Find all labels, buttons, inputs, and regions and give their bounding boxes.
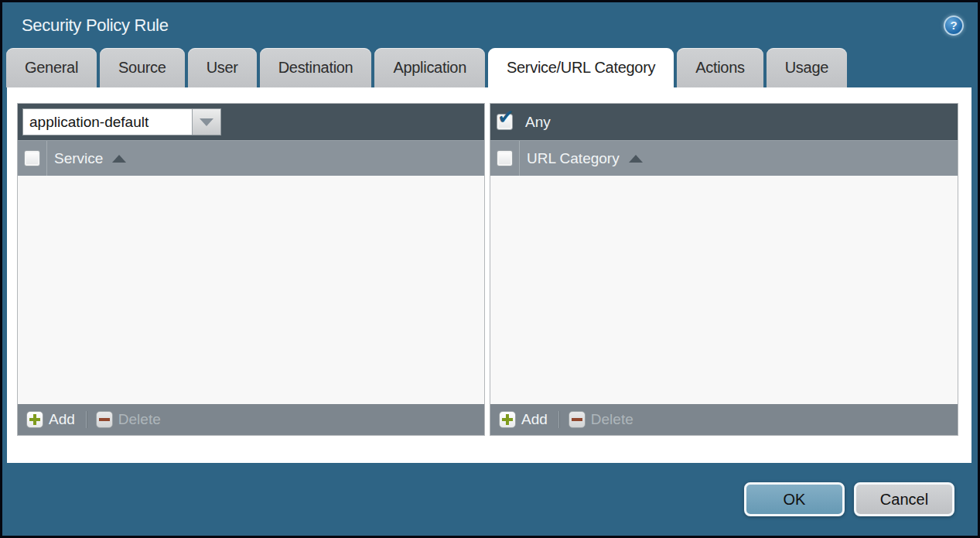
url-category-table-header: URL Category xyxy=(490,140,958,176)
help-icon[interactable]: ? xyxy=(944,15,964,36)
tab-source[interactable]: Source xyxy=(100,48,185,87)
sort-ascending-icon[interactable] xyxy=(112,155,126,163)
ok-button[interactable]: OK xyxy=(744,482,845,516)
plus-icon xyxy=(26,411,43,428)
url-category-panel: ✔ Any URL Category Add D xyxy=(490,103,958,436)
service-table-header: Service xyxy=(18,140,484,176)
minus-icon xyxy=(569,411,586,428)
any-checkbox[interactable]: ✔ xyxy=(497,114,513,130)
checkmark-icon: ✔ xyxy=(497,107,514,127)
service-panel-toolbar: application-default xyxy=(18,104,484,140)
dialog-action-row: OK Cancel xyxy=(2,463,978,536)
any-label: Any xyxy=(525,114,551,131)
url-category-add-label: Add xyxy=(521,411,548,428)
url-category-panel-toolbar: ✔ Any xyxy=(490,104,958,140)
security-policy-rule-dialog: Security Policy Rule ? General Source Us… xyxy=(0,0,980,538)
url-category-table-body[interactable] xyxy=(490,176,958,404)
service-type-dropdown[interactable]: application-default xyxy=(22,108,221,135)
tab-usage[interactable]: Usage xyxy=(767,48,847,87)
tab-destination[interactable]: Destination xyxy=(260,48,372,87)
footer-divider xyxy=(86,411,87,428)
url-category-select-all-cell xyxy=(490,141,520,176)
minus-icon xyxy=(96,411,113,428)
tab-bar: General Source User Destination Applicat… xyxy=(2,48,978,87)
service-delete-label: Delete xyxy=(118,411,161,428)
service-type-dropdown-value[interactable]: application-default xyxy=(23,109,192,135)
tab-content-service-url-category: application-default Service Add xyxy=(7,87,971,463)
service-table-footer: Add Delete xyxy=(18,404,484,435)
tab-application[interactable]: Application xyxy=(374,48,485,87)
service-select-all-checkbox[interactable] xyxy=(24,150,40,166)
footer-divider xyxy=(558,411,559,428)
tab-user[interactable]: User xyxy=(188,48,257,87)
service-select-all-cell xyxy=(18,141,47,176)
url-category-column-header[interactable]: URL Category xyxy=(527,150,620,167)
tab-general[interactable]: General xyxy=(6,48,97,87)
cancel-button[interactable]: Cancel xyxy=(854,482,954,516)
service-delete-button[interactable]: Delete xyxy=(96,411,161,428)
url-category-add-button[interactable]: Add xyxy=(499,411,548,428)
url-category-select-all-checkbox[interactable] xyxy=(497,150,513,166)
service-type-dropdown-button[interactable] xyxy=(192,109,220,135)
service-add-label: Add xyxy=(49,411,75,428)
plus-icon xyxy=(499,411,516,428)
dialog-title: Security Policy Rule xyxy=(22,15,169,36)
service-panel: application-default Service Add xyxy=(17,103,485,436)
service-add-button[interactable]: Add xyxy=(26,411,75,428)
service-column-header[interactable]: Service xyxy=(54,150,103,167)
tab-actions[interactable]: Actions xyxy=(677,48,763,87)
sort-ascending-icon[interactable] xyxy=(629,155,643,163)
url-category-delete-label: Delete xyxy=(591,411,633,428)
tab-service-url-category[interactable]: Service/URL Category xyxy=(488,48,674,87)
dialog-titlebar: Security Policy Rule ? xyxy=(2,2,978,48)
url-category-delete-button[interactable]: Delete xyxy=(569,411,633,428)
url-category-table-footer: Add Delete xyxy=(490,404,958,435)
service-table-body[interactable] xyxy=(18,176,484,404)
chevron-down-icon xyxy=(200,118,213,126)
